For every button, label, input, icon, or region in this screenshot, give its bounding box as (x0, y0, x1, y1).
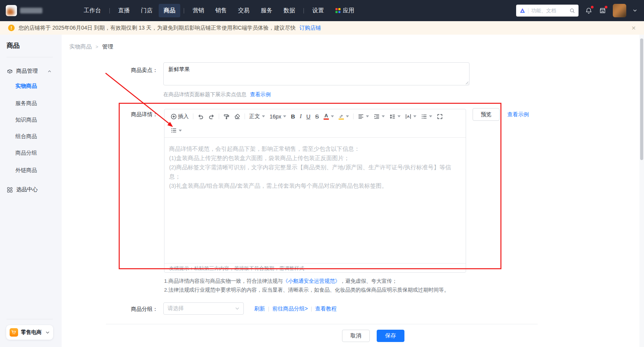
store-switcher-label: 零售电商 (21, 329, 42, 336)
fullscreen-button[interactable] (434, 112, 445, 122)
clear-format-button[interactable] (232, 112, 243, 122)
save-button[interactable]: 保存 (377, 330, 404, 342)
line-height-select[interactable] (387, 112, 403, 122)
cancel-button[interactable]: 取消 (342, 330, 370, 342)
letter-spacing-select[interactable]: A (403, 112, 419, 122)
nav-item-store[interactable]: 门店 (136, 4, 158, 17)
list-style-select[interactable] (419, 112, 434, 122)
indent-icon (374, 113, 380, 120)
list-icon (421, 113, 427, 120)
editor-placeholder-line: (2)商品标签文字需清晰可识别，文字内容完整显示【商品类别、产地/原产国、生产许… (169, 163, 461, 181)
chevron-up-icon[interactable] (47, 69, 52, 73)
strikethrough-button[interactable]: S (313, 112, 321, 122)
store-chevron-down-icon (45, 330, 50, 335)
nav-item-apps[interactable]: 应用 (330, 4, 359, 17)
fullscreen-icon (437, 113, 443, 120)
paint-roller-icon (223, 113, 230, 120)
page: { "topbar": { "nav": [ {"label": "工作台", … (0, 0, 644, 347)
rich-text-editor: 插入 正文 16px B I U S A (164, 109, 466, 273)
nav-separator (304, 8, 304, 13)
highlight-color-button[interactable] (336, 112, 351, 122)
bold-icon: B (291, 113, 295, 119)
nav-item-sales[interactable]: 销售 (210, 4, 232, 17)
topbar: 工作台 直播 门店 商品 营销 销售 交易 服务 数据 设置 应用 功能、文档 (0, 0, 644, 21)
tutorial-link[interactable]: 查看教程 (315, 305, 337, 312)
safety-policy-link[interactable]: 《小鹅通安全运营规范》 (283, 278, 340, 284)
nav-item-settings[interactable]: 设置 (307, 4, 329, 17)
sidebar-item-physical-goods[interactable]: 实物商品 (15, 83, 37, 90)
shop-badge (605, 6, 607, 8)
indent-select[interactable] (371, 112, 387, 122)
insert-button[interactable]: 插入 (168, 112, 191, 122)
selling-point-textarea[interactable]: 新鲜苹果 (163, 62, 470, 85)
nav-item-marketing[interactable]: 营销 (188, 4, 209, 17)
nav-item-workbench[interactable]: 工作台 (79, 4, 106, 17)
italic-icon: I (300, 113, 302, 119)
refresh-link[interactable]: 刷新 (254, 305, 265, 312)
chevron-down-icon (429, 115, 432, 117)
paragraph-style-select[interactable]: 正文 (247, 112, 267, 122)
grid-apps-icon (7, 187, 13, 193)
account-chevron-down-icon[interactable] (633, 8, 637, 13)
goto-grouping-link[interactable]: 前往商品分组> (272, 305, 308, 312)
font-color-button[interactable]: A (321, 112, 336, 122)
footer-divider (106, 324, 538, 324)
retail-cart-icon (10, 328, 18, 337)
global-search-input[interactable]: 功能、文档 (516, 5, 579, 17)
align-select[interactable] (356, 112, 371, 122)
breadcrumb-separator: > (96, 44, 98, 50)
nav-item-data[interactable]: 数据 (278, 4, 300, 17)
scrollbar-track[interactable] (639, 35, 644, 347)
format-painter-button[interactable] (221, 112, 232, 122)
sidebar-item-selection-center[interactable]: 选品中心 (0, 185, 62, 195)
nav-item-product[interactable]: 商品 (159, 4, 180, 17)
main-nav: 工作台 直播 门店 商品 营销 销售 交易 服务 数据 设置 应用 (79, 4, 359, 17)
banner-close-icon[interactable]: ✕ (631, 25, 636, 31)
nav-item-trade[interactable]: 交易 (233, 4, 255, 17)
resize-handle[interactable] (465, 80, 468, 84)
bold-button[interactable]: B (288, 112, 297, 122)
undo-button[interactable] (195, 112, 206, 122)
grouping-select[interactable]: 请选择 (163, 302, 244, 315)
order-store-link[interactable]: 订购店铺 (300, 25, 321, 32)
sidebar-item-product-grouping[interactable]: 商品分组 (15, 150, 37, 157)
notification-bell-button[interactable] (585, 7, 592, 14)
sidebar-item-combo-goods[interactable]: 组合商品 (15, 133, 37, 140)
underline-icon: U (306, 113, 310, 119)
sidebar-group-product-management[interactable]: 商品管理 (0, 66, 62, 77)
chevron-down-icon (382, 115, 385, 117)
toolbar-divider (353, 113, 354, 119)
chevron-down-icon (283, 115, 286, 117)
shop-button[interactable] (599, 7, 606, 14)
scrollbar-thumb[interactable] (640, 38, 643, 160)
store-switcher[interactable]: 零售电商 (6, 325, 53, 340)
toolbar-divider (219, 113, 219, 119)
italic-button[interactable]: I (297, 112, 304, 122)
notification-badge (591, 6, 594, 8)
sidebar-item-knowledge-goods[interactable]: 知识商品 (15, 117, 37, 123)
search-placeholder: 功能、文档 (531, 7, 567, 14)
plus-circle-icon (171, 113, 177, 120)
bullet-list-select[interactable] (168, 125, 184, 135)
sidebar-item-service-goods[interactable]: 服务商品 (15, 100, 37, 107)
nav-item-service[interactable]: 服务 (256, 4, 277, 17)
detail-example-link[interactable]: 查看示例 (507, 111, 529, 118)
breadcrumb-parent[interactable]: 实物商品 (69, 43, 92, 50)
editor-content-area[interactable]: 商品详情不规范，会引起商品下架，影响正常销售，需至少包含以下信息： (1)盒装商… (164, 138, 466, 190)
assistant-logo-icon (520, 8, 525, 13)
underline-button[interactable]: U (304, 112, 313, 122)
letter-spacing-icon: A (405, 113, 411, 120)
paragraph-style-value: 正文 (249, 113, 260, 120)
redo-button[interactable] (206, 112, 217, 122)
chevron-down-icon (413, 115, 416, 117)
font-size-select[interactable]: 16px (267, 112, 288, 122)
expiry-warning-banner: ! 您的店铺将于 2025年06月04日 到期，有效期仅剩 13 天，为避免到期… (0, 21, 644, 35)
nav-item-live[interactable]: 直播 (113, 4, 135, 17)
sidebar-title: 商品 (7, 41, 20, 50)
preview-button[interactable]: 预览 (473, 108, 500, 121)
chevron-down-icon (262, 115, 265, 117)
sidebar-item-external-goods[interactable]: 外链商品 (15, 167, 37, 174)
avatar[interactable] (613, 4, 626, 17)
selling-point-example-link[interactable]: 查看示例 (250, 91, 271, 98)
topbar-right: 功能、文档 (516, 4, 637, 17)
